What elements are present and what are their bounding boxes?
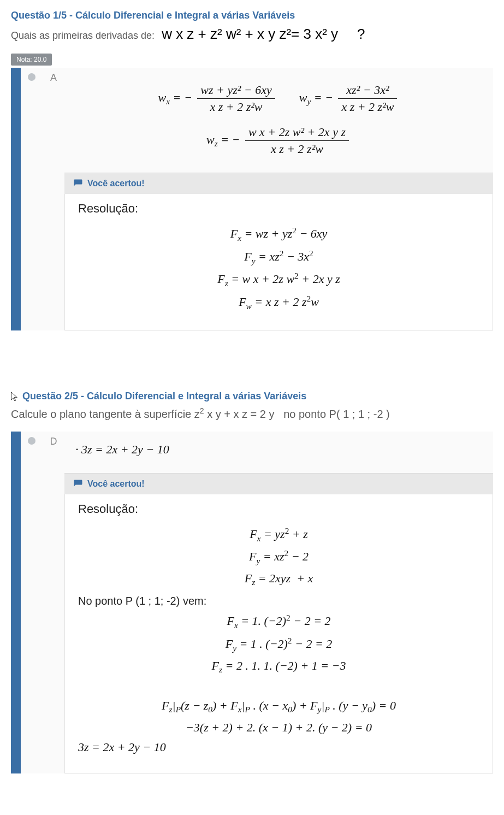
- wx-num: wz + yz² − 6xy: [197, 83, 275, 99]
- choice-row: A wx = − wz + yz² − 6xy x z + 2 z²w wy =…: [21, 68, 493, 173]
- q2-final: 3z = 2x + 2y − 10: [78, 740, 479, 754]
- res-fx: Fx = wz + yz2 − 6xy: [78, 226, 479, 243]
- choice-letter-q2: D: [43, 432, 64, 447]
- choice-letter: A: [43, 68, 64, 84]
- choice-body-q2: · 3z = 2x + 2y − 10: [64, 432, 493, 473]
- resolution-box-q2: Resolução: Fx = yz2 + z Fy = xz2 − 2 Fz …: [64, 494, 493, 773]
- comment-icon: [73, 179, 83, 188]
- wz-formula: wz = − w x + 2z w² + 2x y z x z + 2 z²w: [75, 125, 482, 156]
- prompt-prefix: Quais as primeiras derivadas de:: [11, 30, 155, 41]
- question-2-prompt: Calcule o plano tangente à superfície z2…: [11, 406, 493, 421]
- q2-fzp: Fz = 2 . 1. 1. (−2) + 1 = −3: [78, 659, 479, 675]
- q2-substituted: −3(z + 2) + 2. (x − 1) + 2. (y − 2) = 0: [78, 720, 479, 735]
- wy-den: x z + 2 z²w: [338, 99, 397, 114]
- feedback-text-q2: Você acertou!: [87, 479, 145, 489]
- wy-formula: wy = − xz² − 3x² x z + 2 z²w: [299, 83, 400, 114]
- wx-wy-row: wx = − wz + yz² − 6xy x z + 2 z²w wy = −…: [75, 78, 482, 120]
- res-fz: Fz = w x + 2z w2 + 2x y z: [78, 271, 479, 288]
- cursor-icon: [10, 392, 21, 403]
- feedback-bar-q1: Você acertou!: [64, 173, 493, 194]
- answer-block-q2: D · 3z = 2x + 2y − 10 Você acertou! Reso…: [11, 432, 493, 773]
- q2-fyp: Fy = 1 . (−2)2 − 2 = 2: [78, 636, 479, 653]
- wz-den: x z + 2 z²w: [245, 141, 349, 156]
- prompt-suffix: ?: [357, 26, 365, 42]
- prompt-math: w x z + z² w² + x y z²= 3 x² y: [162, 26, 338, 42]
- radio-col-q2: [21, 432, 43, 445]
- question-1-title: Questão 1/5 - Cálculo Diferencial e Inte…: [11, 10, 493, 21]
- wx-den: x z + 2 z²w: [197, 99, 275, 114]
- res-fy: Fy = xz2 − 3x2: [78, 249, 479, 266]
- wx-formula: wx = − wz + yz² − 6xy x z + 2 z²w: [158, 83, 277, 114]
- feedback-bar-q2: Você acertou!: [64, 473, 493, 494]
- choice-body: wx = − wz + yz² − 6xy x z + 2 z²w wy = −…: [64, 68, 493, 173]
- q2-fxp: Fx = 1. (−2)2 − 2 = 2: [78, 613, 479, 630]
- comment-icon: [73, 479, 83, 489]
- choice-row-q2: D · 3z = 2x + 2y − 10: [21, 432, 493, 473]
- q2-fz: Fz = 2xyz + x: [78, 571, 479, 587]
- q2-plane-eq: Fz|P(z − z0) + Fx|P . (x − x0) + Fy|P . …: [78, 699, 479, 714]
- answer-block-q1: A wx = − wz + yz² − 6xy x z + 2 z²w wy =…: [11, 68, 493, 330]
- q2-title-text: Questão 2/5 - Cálculo Diferencial e Inte…: [22, 391, 306, 401]
- resolution-label: Resolução:: [78, 202, 479, 216]
- wy-num: xz² − 3x²: [338, 83, 397, 99]
- q2-point-text: No ponto P (1 ; 1; -2) vem:: [78, 595, 479, 607]
- question-1-prompt: Quais as primeiras derivadas de: w x z +…: [11, 26, 493, 43]
- feedback-text: Você acertou!: [87, 179, 145, 188]
- question-2-title: Questão 2/5 - Cálculo Diferencial e Inte…: [11, 389, 493, 402]
- res-fw: Fw = x z + 2 z2w: [78, 294, 479, 311]
- q2-answer: · 3z = 2x + 2y − 10: [75, 442, 482, 457]
- wz-num: w x + 2z w² + 2x y z: [245, 125, 349, 141]
- resolution-label-q2: Resolução:: [78, 502, 479, 516]
- nota-badge: Nota: 20.0: [11, 54, 52, 66]
- resolution-box-q1: Resolução: Fx = wz + yz2 − 6xy Fy = xz2 …: [64, 194, 493, 330]
- q2-fx: Fx = yz2 + z: [78, 526, 479, 544]
- radio-col: [21, 68, 43, 81]
- radio-icon[interactable]: [28, 73, 35, 81]
- radio-icon[interactable]: [28, 437, 35, 445]
- q2-fy: Fy = xz2 − 2: [78, 548, 479, 566]
